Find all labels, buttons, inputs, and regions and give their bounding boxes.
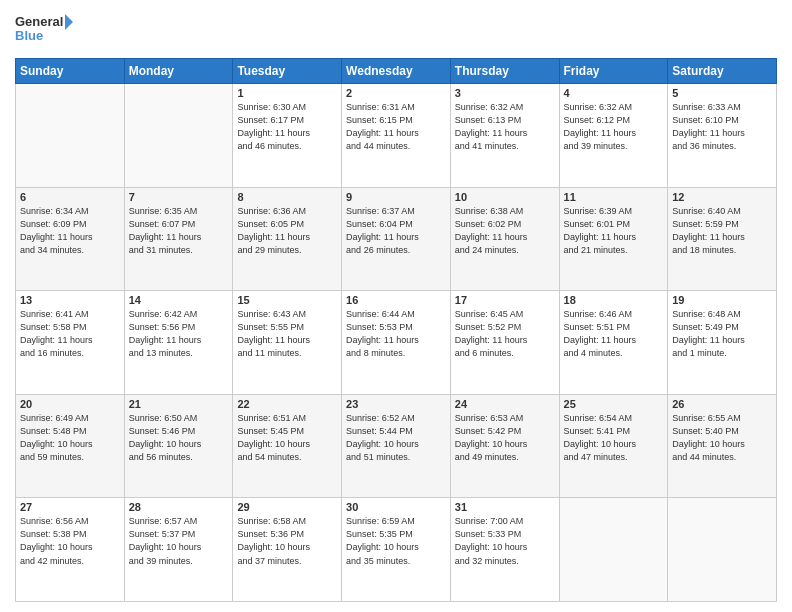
calendar-cell: [668, 498, 777, 602]
day-info: Sunrise: 6:57 AM Sunset: 5:37 PM Dayligh…: [129, 515, 229, 567]
calendar-week-row: 27Sunrise: 6:56 AM Sunset: 5:38 PM Dayli…: [16, 498, 777, 602]
day-number: 25: [564, 398, 664, 410]
calendar-cell: [124, 84, 233, 188]
calendar-week-row: 6Sunrise: 6:34 AM Sunset: 6:09 PM Daylig…: [16, 187, 777, 291]
day-info: Sunrise: 6:56 AM Sunset: 5:38 PM Dayligh…: [20, 515, 120, 567]
calendar-cell: 2Sunrise: 6:31 AM Sunset: 6:15 PM Daylig…: [342, 84, 451, 188]
calendar-cell: 1Sunrise: 6:30 AM Sunset: 6:17 PM Daylig…: [233, 84, 342, 188]
calendar-cell: 29Sunrise: 6:58 AM Sunset: 5:36 PM Dayli…: [233, 498, 342, 602]
calendar-cell: 15Sunrise: 6:43 AM Sunset: 5:55 PM Dayli…: [233, 291, 342, 395]
logo-svg: General Blue: [15, 10, 75, 50]
weekday-header-saturday: Saturday: [668, 59, 777, 84]
day-info: Sunrise: 6:30 AM Sunset: 6:17 PM Dayligh…: [237, 101, 337, 153]
day-number: 5: [672, 87, 772, 99]
weekday-header-friday: Friday: [559, 59, 668, 84]
calendar-week-row: 1Sunrise: 6:30 AM Sunset: 6:17 PM Daylig…: [16, 84, 777, 188]
day-info: Sunrise: 6:51 AM Sunset: 5:45 PM Dayligh…: [237, 412, 337, 464]
calendar-header-row: SundayMondayTuesdayWednesdayThursdayFrid…: [16, 59, 777, 84]
day-number: 27: [20, 501, 120, 513]
day-number: 28: [129, 501, 229, 513]
day-number: 18: [564, 294, 664, 306]
day-number: 1: [237, 87, 337, 99]
day-info: Sunrise: 6:41 AM Sunset: 5:58 PM Dayligh…: [20, 308, 120, 360]
day-info: Sunrise: 6:39 AM Sunset: 6:01 PM Dayligh…: [564, 205, 664, 257]
day-info: Sunrise: 6:49 AM Sunset: 5:48 PM Dayligh…: [20, 412, 120, 464]
weekday-header-sunday: Sunday: [16, 59, 125, 84]
calendar-cell: 14Sunrise: 6:42 AM Sunset: 5:56 PM Dayli…: [124, 291, 233, 395]
day-number: 14: [129, 294, 229, 306]
day-info: Sunrise: 6:53 AM Sunset: 5:42 PM Dayligh…: [455, 412, 555, 464]
day-number: 15: [237, 294, 337, 306]
calendar-week-row: 13Sunrise: 6:41 AM Sunset: 5:58 PM Dayli…: [16, 291, 777, 395]
calendar-cell: 24Sunrise: 6:53 AM Sunset: 5:42 PM Dayli…: [450, 394, 559, 498]
day-number: 4: [564, 87, 664, 99]
day-info: Sunrise: 6:50 AM Sunset: 5:46 PM Dayligh…: [129, 412, 229, 464]
calendar-cell: 3Sunrise: 6:32 AM Sunset: 6:13 PM Daylig…: [450, 84, 559, 188]
page: General Blue SundayMondayTuesdayWednesda…: [0, 0, 792, 612]
day-number: 19: [672, 294, 772, 306]
calendar-cell: 11Sunrise: 6:39 AM Sunset: 6:01 PM Dayli…: [559, 187, 668, 291]
calendar-cell: 26Sunrise: 6:55 AM Sunset: 5:40 PM Dayli…: [668, 394, 777, 498]
calendar-cell: 23Sunrise: 6:52 AM Sunset: 5:44 PM Dayli…: [342, 394, 451, 498]
day-info: Sunrise: 6:38 AM Sunset: 6:02 PM Dayligh…: [455, 205, 555, 257]
calendar-cell: 5Sunrise: 6:33 AM Sunset: 6:10 PM Daylig…: [668, 84, 777, 188]
day-number: 6: [20, 191, 120, 203]
calendar-cell: 4Sunrise: 6:32 AM Sunset: 6:12 PM Daylig…: [559, 84, 668, 188]
day-number: 26: [672, 398, 772, 410]
day-number: 20: [20, 398, 120, 410]
calendar-cell: 6Sunrise: 6:34 AM Sunset: 6:09 PM Daylig…: [16, 187, 125, 291]
logo: General Blue: [15, 10, 75, 50]
day-info: Sunrise: 6:48 AM Sunset: 5:49 PM Dayligh…: [672, 308, 772, 360]
day-info: Sunrise: 6:40 AM Sunset: 5:59 PM Dayligh…: [672, 205, 772, 257]
day-info: Sunrise: 6:34 AM Sunset: 6:09 PM Dayligh…: [20, 205, 120, 257]
day-number: 10: [455, 191, 555, 203]
day-number: 2: [346, 87, 446, 99]
day-info: Sunrise: 6:42 AM Sunset: 5:56 PM Dayligh…: [129, 308, 229, 360]
calendar-cell: 8Sunrise: 6:36 AM Sunset: 6:05 PM Daylig…: [233, 187, 342, 291]
day-info: Sunrise: 6:32 AM Sunset: 6:12 PM Dayligh…: [564, 101, 664, 153]
day-info: Sunrise: 6:36 AM Sunset: 6:05 PM Dayligh…: [237, 205, 337, 257]
day-info: Sunrise: 6:52 AM Sunset: 5:44 PM Dayligh…: [346, 412, 446, 464]
weekday-header-monday: Monday: [124, 59, 233, 84]
day-number: 11: [564, 191, 664, 203]
day-info: Sunrise: 6:32 AM Sunset: 6:13 PM Dayligh…: [455, 101, 555, 153]
calendar-cell: 16Sunrise: 6:44 AM Sunset: 5:53 PM Dayli…: [342, 291, 451, 395]
day-info: Sunrise: 6:43 AM Sunset: 5:55 PM Dayligh…: [237, 308, 337, 360]
calendar-cell: 25Sunrise: 6:54 AM Sunset: 5:41 PM Dayli…: [559, 394, 668, 498]
day-info: Sunrise: 6:58 AM Sunset: 5:36 PM Dayligh…: [237, 515, 337, 567]
calendar-cell: 18Sunrise: 6:46 AM Sunset: 5:51 PM Dayli…: [559, 291, 668, 395]
calendar-cell: 21Sunrise: 6:50 AM Sunset: 5:46 PM Dayli…: [124, 394, 233, 498]
day-info: Sunrise: 6:54 AM Sunset: 5:41 PM Dayligh…: [564, 412, 664, 464]
svg-text:Blue: Blue: [15, 28, 43, 43]
weekday-header-thursday: Thursday: [450, 59, 559, 84]
day-number: 3: [455, 87, 555, 99]
day-info: Sunrise: 6:59 AM Sunset: 5:35 PM Dayligh…: [346, 515, 446, 567]
day-number: 17: [455, 294, 555, 306]
day-number: 7: [129, 191, 229, 203]
calendar-cell: [16, 84, 125, 188]
day-number: 23: [346, 398, 446, 410]
calendar-cell: 10Sunrise: 6:38 AM Sunset: 6:02 PM Dayli…: [450, 187, 559, 291]
weekday-header-tuesday: Tuesday: [233, 59, 342, 84]
calendar-cell: 9Sunrise: 6:37 AM Sunset: 6:04 PM Daylig…: [342, 187, 451, 291]
calendar-cell: 22Sunrise: 6:51 AM Sunset: 5:45 PM Dayli…: [233, 394, 342, 498]
calendar-cell: 20Sunrise: 6:49 AM Sunset: 5:48 PM Dayli…: [16, 394, 125, 498]
day-info: Sunrise: 6:44 AM Sunset: 5:53 PM Dayligh…: [346, 308, 446, 360]
day-info: Sunrise: 7:00 AM Sunset: 5:33 PM Dayligh…: [455, 515, 555, 567]
calendar-table: SundayMondayTuesdayWednesdayThursdayFrid…: [15, 58, 777, 602]
calendar-week-row: 20Sunrise: 6:49 AM Sunset: 5:48 PM Dayli…: [16, 394, 777, 498]
day-info: Sunrise: 6:46 AM Sunset: 5:51 PM Dayligh…: [564, 308, 664, 360]
calendar-cell: 31Sunrise: 7:00 AM Sunset: 5:33 PM Dayli…: [450, 498, 559, 602]
calendar-cell: 28Sunrise: 6:57 AM Sunset: 5:37 PM Dayli…: [124, 498, 233, 602]
day-number: 8: [237, 191, 337, 203]
calendar-cell: 12Sunrise: 6:40 AM Sunset: 5:59 PM Dayli…: [668, 187, 777, 291]
day-number: 24: [455, 398, 555, 410]
day-info: Sunrise: 6:33 AM Sunset: 6:10 PM Dayligh…: [672, 101, 772, 153]
day-number: 9: [346, 191, 446, 203]
calendar-cell: 7Sunrise: 6:35 AM Sunset: 6:07 PM Daylig…: [124, 187, 233, 291]
day-info: Sunrise: 6:31 AM Sunset: 6:15 PM Dayligh…: [346, 101, 446, 153]
day-info: Sunrise: 6:55 AM Sunset: 5:40 PM Dayligh…: [672, 412, 772, 464]
day-number: 21: [129, 398, 229, 410]
day-info: Sunrise: 6:45 AM Sunset: 5:52 PM Dayligh…: [455, 308, 555, 360]
day-number: 16: [346, 294, 446, 306]
